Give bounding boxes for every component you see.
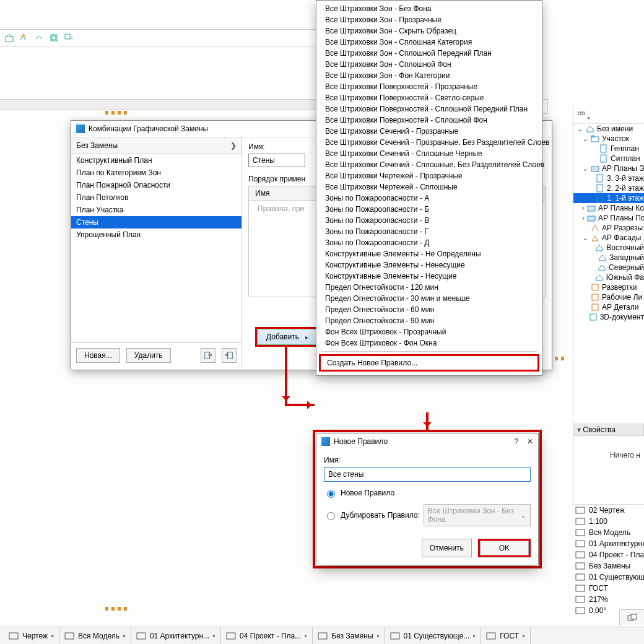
- dropdown-item[interactable]: Зоны по Пожароопасности - Б: [316, 204, 542, 215]
- quick-option-row[interactable]: ГОСТ: [573, 583, 644, 594]
- quick-option-row[interactable]: 01 Существующее: [573, 572, 644, 583]
- dropdown-item[interactable]: Все Штриховки Зон - Сплошной Фон: [316, 59, 542, 70]
- dropdown-item[interactable]: Все Штриховки Чертежей - Прозрачные: [316, 170, 542, 181]
- tree-item[interactable]: Западный: [573, 253, 644, 263]
- quick-option-row[interactable]: Вся Модель: [573, 527, 644, 538]
- help-icon[interactable]: ?: [514, 437, 518, 446]
- combo-item[interactable]: Упрощенный План: [71, 228, 242, 241]
- tree-item[interactable]: Генплан: [573, 144, 644, 154]
- combo-item[interactable]: План по Категориям Зон: [71, 167, 242, 179]
- dropdown-item[interactable]: Все Штриховки Сечений - Прозрачные: [316, 126, 542, 137]
- tree-item[interactable]: ⌄АР Фасады: [573, 233, 644, 243]
- tree-item[interactable]: ⌄АР Планы Эт: [573, 163, 644, 173]
- status-cell[interactable]: Чертеж▸: [4, 627, 59, 644]
- dropdown-item[interactable]: Все Штриховки Зон - Прозрачные: [316, 14, 542, 25]
- add-button[interactable]: Добавить: [257, 329, 323, 345]
- radio-new[interactable]: [327, 490, 335, 498]
- dropdown-item[interactable]: Зоны по Пожароопасности - А: [316, 193, 542, 204]
- navigator-toggle[interactable]: ▸: [573, 109, 644, 124]
- tree-item[interactable]: Развертки: [573, 282, 644, 292]
- tree-item[interactable]: 1. 1-й этаж: [573, 193, 644, 203]
- tree-item[interactable]: Рабочие Ли: [573, 292, 644, 302]
- status-cell[interactable]: 01 Архитектурн...▸: [131, 627, 221, 644]
- combo-item[interactable]: Конструктивный План: [71, 154, 242, 167]
- rules-dropdown[interactable]: Все Штриховки Зон - Без ФонаВсе Штриховк…: [316, 0, 542, 376]
- dropdown-item[interactable]: Все Штриховки Зон - Фон Категории: [316, 70, 542, 81]
- tree-item[interactable]: Северный: [573, 263, 644, 272]
- rule-name-input[interactable]: [324, 467, 531, 482]
- properties-header[interactable]: ▾ Свойства: [573, 424, 644, 436]
- tree-item[interactable]: 3. 3-й этаж: [573, 173, 644, 183]
- tree-root[interactable]: ⌄ Без имени: [573, 124, 644, 134]
- tree-item[interactable]: ›АР Планы Ко: [573, 203, 644, 213]
- combo-item[interactable]: План Пожарной Опасности: [71, 179, 242, 191]
- combo-item[interactable]: Стены: [71, 216, 242, 228]
- tool-icon-4[interactable]: [48, 32, 59, 43]
- name-field[interactable]: Стены: [248, 154, 305, 167]
- dropdown-item[interactable]: Все Штриховки Поверхностей - Сплошной Фо…: [316, 115, 542, 126]
- status-cell[interactable]: Без Замены▸: [313, 627, 385, 644]
- dropdown-item[interactable]: Конструктивные Элементы - Ненесущие: [316, 259, 542, 271]
- dropdown-item[interactable]: Конструктивные Элементы - Не Определены: [316, 248, 542, 259]
- combo-item[interactable]: План Потолков: [71, 191, 242, 204]
- status-cell[interactable]: 04 Проект - Пла...▸: [221, 627, 313, 644]
- dropdown-item[interactable]: Все Штриховки Чертежей - Сплошные: [316, 181, 542, 193]
- tree-item[interactable]: ›АР Планы По: [573, 213, 644, 223]
- dropdown-item[interactable]: Предел Огнестойкости - 90 мин: [316, 315, 542, 326]
- new-button[interactable]: Новая...: [76, 348, 120, 363]
- dropdown-item[interactable]: Все Штриховки Сечений - Сплошные, Без Ра…: [316, 159, 542, 170]
- quick-option-row[interactable]: Без Замены: [573, 560, 644, 572]
- combo-item[interactable]: План Участка: [71, 204, 242, 216]
- export-button[interactable]: [222, 348, 237, 363]
- radio-new-row[interactable]: Новое Правило: [324, 488, 531, 498]
- dropdown-item[interactable]: Фон Всех Штриховок - Прозрачный: [316, 326, 542, 337]
- quick-option-row[interactable]: 04 Проект - Планы: [573, 549, 644, 560]
- dropdown-item[interactable]: Все Штриховки Сечений - Прозрачные, Без …: [316, 137, 542, 148]
- radio-dup-row[interactable]: Дублировать Правило: Все Штриховки Зон -…: [324, 504, 531, 526]
- dropdown-item[interactable]: Все Штриховки Поверхностей - Светло-серы…: [316, 92, 542, 103]
- dropdown-item[interactable]: Зоны по Пожароопасности - Г: [316, 226, 542, 237]
- status-cell[interactable]: Вся Модель▸: [59, 627, 131, 644]
- tree-item[interactable]: ⌄Участок: [573, 134, 644, 144]
- dropdown-item[interactable]: Все Штриховки Сечений - Сплошные Черные: [316, 148, 542, 159]
- tool-icon-5[interactable]: [63, 32, 74, 43]
- tree-item[interactable]: Ситплан: [573, 154, 644, 163]
- quick-option-row[interactable]: 01 Архитектурный: [573, 538, 644, 549]
- close-icon[interactable]: ✕: [527, 437, 533, 446]
- tree-item[interactable]: АР Разрезы: [573, 223, 644, 233]
- dropdown-item[interactable]: Зоны по Пожароопасности - В: [316, 215, 542, 226]
- ok-button[interactable]: OK: [480, 541, 529, 555]
- radio-dup[interactable]: [327, 512, 335, 520]
- dropdown-item[interactable]: Конструктивные Элементы - Несущие: [316, 271, 542, 282]
- dropdown-item[interactable]: Предел Огнестойкости - 120 мин: [316, 282, 542, 293]
- dropdown-item[interactable]: Предел Огнестойкости - 60 мин: [316, 304, 542, 315]
- tree-item[interactable]: Южный Фа: [573, 272, 644, 282]
- dropdown-item[interactable]: Фон Всех Штриховок - Фон Окна: [316, 337, 542, 349]
- tool-icon-2[interactable]: [19, 32, 30, 43]
- tree-item[interactable]: 3D-документ: [573, 312, 644, 322]
- combo-list[interactable]: Конструктивный ПланПлан по Категориям Зо…: [71, 154, 242, 342]
- quick-option-row[interactable]: 02 Чертеж: [573, 505, 644, 516]
- dropdown-item[interactable]: Зоны по Пожароопасности - Д: [316, 237, 542, 248]
- overlap-icon[interactable]: [619, 609, 644, 625]
- import-button[interactable]: [201, 348, 215, 363]
- dropdown-item[interactable]: Все Штриховки Зон - Без Фона: [316, 3, 542, 14]
- tool-icon-1[interactable]: [4, 32, 15, 43]
- status-cell[interactable]: ГОСТ▸: [481, 627, 531, 644]
- status-cell[interactable]: 01 Существующе...▸: [385, 627, 482, 644]
- quick-option-row[interactable]: 1:100: [573, 516, 644, 527]
- no-override-row[interactable]: Без Замены ❯: [71, 137, 242, 154]
- tree-item[interactable]: АР Детали: [573, 302, 644, 312]
- tree-item[interactable]: 2. 2-й этаж: [573, 183, 644, 193]
- dropdown-item[interactable]: Все Штриховки Поверхностей - Сплошной Пе…: [316, 103, 542, 115]
- dropdown-item[interactable]: Все Штриховки Поверхностей - Прозрачные: [316, 81, 542, 92]
- delete-button[interactable]: Удалить: [126, 348, 171, 363]
- quick-option-row[interactable]: 217%: [573, 594, 644, 605]
- dropdown-item[interactable]: Предел Огнестойкости - 30 мин и меньше: [316, 293, 542, 304]
- tool-icon-3[interactable]: [33, 32, 45, 43]
- cancel-button[interactable]: Отменить: [422, 539, 472, 557]
- tree-item[interactable]: Восточный: [573, 243, 644, 253]
- dropdown-item[interactable]: Все Штриховки Зон - Скрыть Образец: [316, 25, 542, 37]
- dropdown-item[interactable]: Все Штриховки Зон - Сплошной Передний Пл…: [316, 48, 542, 59]
- create-new-rule-item[interactable]: Создать Новое Правило...: [319, 354, 539, 372]
